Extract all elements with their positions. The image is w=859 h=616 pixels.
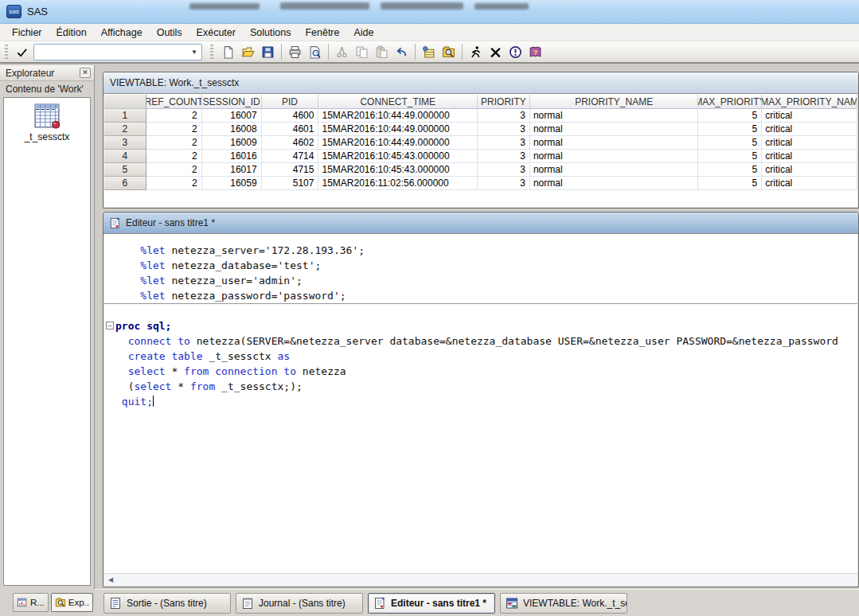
column-header-ref_count[interactable]: REF_COUNT	[146, 95, 202, 109]
dock-tab-results[interactable]: R...	[13, 593, 49, 612]
command-bar[interactable]: ▼	[33, 44, 202, 60]
table-cell[interactable]: 16059	[202, 177, 262, 190]
table-cell[interactable]: 16009	[202, 136, 262, 150]
table-cell[interactable]: normal	[530, 163, 699, 177]
table-cell[interactable]: 3	[478, 123, 530, 136]
code-line[interactable]: (select * from _t_sessctx;);	[104, 379, 857, 394]
table-row[interactable]: 4216016471415MAR2016:10:45:43.0000003nor…	[104, 150, 857, 163]
table-cell[interactable]: critical	[762, 177, 857, 190]
table-cell[interactable]: 2	[146, 109, 202, 123]
table-cell[interactable]: 5	[698, 123, 762, 136]
table-cell[interactable]: 16007	[202, 109, 262, 123]
table-cell[interactable]: critical	[762, 109, 857, 123]
table-cell[interactable]: 2	[146, 123, 202, 136]
explorer-item-_t_sessctx[interactable]: _t_sessctx	[11, 103, 83, 142]
help-book-icon[interactable]: ?	[525, 42, 545, 61]
table-cell[interactable]: 5	[698, 136, 762, 150]
row-number-cell[interactable]: 1	[104, 109, 146, 123]
window-button-viewtable[interactable]: VIEWTABLE: Work._t_se...	[500, 593, 627, 614]
menu-outils[interactable]: Outils	[150, 25, 189, 40]
menu-executer[interactable]: Exécuter	[189, 25, 243, 40]
table-cell[interactable]: 3	[478, 150, 530, 163]
row-number-cell[interactable]: 4	[104, 150, 146, 163]
window-button-log[interactable]: Journal - (Sans titre)	[236, 593, 363, 614]
table-cell[interactable]: normal	[530, 177, 699, 190]
column-header-connect_time[interactable]: CONNECT_TIME	[318, 95, 478, 109]
table-cell[interactable]: 4602	[262, 136, 319, 150]
column-header-session_id[interactable]: SESSION_ID	[202, 95, 262, 109]
table-cell[interactable]: 2	[146, 177, 202, 190]
column-header-max_priority_nam[interactable]: MAX_PRIORITY_NAM	[762, 95, 857, 109]
table-cell[interactable]: 15MAR2016:10:44:49.000000	[318, 109, 478, 123]
command-input[interactable]	[34, 45, 191, 59]
viewtable-grid[interactable]: REF_COUNTSESSION_IDPIDCONNECT_TIMEPRIORI…	[104, 95, 857, 207]
search-folder-icon[interactable]	[439, 42, 459, 61]
code-fold-collapse-icon[interactable]: −	[106, 322, 114, 329]
menu-edition[interactable]: Édition	[49, 25, 94, 40]
table-cell[interactable]: 5	[698, 163, 762, 177]
table-cell[interactable]: 16017	[202, 163, 262, 177]
dock-tab-explorer[interactable]: Exp..	[51, 593, 93, 612]
editor-window[interactable]: Editeur - sans titre1 * %let netezza_ser…	[103, 212, 859, 587]
row-number-cell[interactable]: 2	[104, 123, 146, 136]
command-check-icon[interactable]	[13, 43, 30, 60]
code-line[interactable]: select * from connection to netezza	[104, 364, 857, 379]
code-line[interactable]: create table _t_sessctx as	[104, 349, 857, 364]
new-document-icon[interactable]	[218, 42, 238, 61]
table-cell[interactable]: 5	[698, 150, 762, 163]
window-button-output[interactable]: Sortie - (Sans titre)	[103, 593, 231, 614]
code-line[interactable]: %let netezza_password='password';	[104, 288, 857, 303]
new-library-icon[interactable]	[419, 42, 439, 61]
print-icon[interactable]	[285, 42, 305, 61]
code-editor[interactable]: %let netezza_server='172.28.193.36'; %le…	[104, 235, 857, 573]
toolbar-grip[interactable]	[210, 45, 213, 59]
code-line[interactable]: %let netezza_user='admin';	[104, 273, 857, 288]
open-folder-icon[interactable]	[238, 42, 258, 61]
row-number-cell[interactable]: 3	[104, 136, 146, 150]
table-cell[interactable]: normal	[530, 136, 699, 150]
table-cell[interactable]: 3	[478, 163, 530, 177]
clear-x-icon[interactable]	[486, 42, 506, 61]
table-cell[interactable]: normal	[530, 123, 699, 136]
table-cell[interactable]: 4601	[262, 123, 319, 136]
table-cell[interactable]: 5	[698, 177, 762, 190]
column-header-pid[interactable]: PID	[262, 95, 319, 109]
submit-run-icon[interactable]	[466, 42, 486, 61]
table-cell[interactable]: 15MAR2016:10:45:43.000000	[318, 150, 478, 163]
save-icon[interactable]	[258, 42, 278, 61]
table-row[interactable]: 6216059510715MAR2016:11:02:56.0000003nor…	[104, 177, 857, 190]
table-row[interactable]: 3216009460215MAR2016:10:44:49.0000003nor…	[104, 136, 857, 150]
table-cell[interactable]: 2	[146, 163, 202, 177]
menu-fichier[interactable]: Fichier	[5, 25, 49, 40]
toolbar-grip[interactable]	[5, 45, 8, 59]
break-icon[interactable]	[506, 42, 525, 61]
menu-affichage[interactable]: Affichage	[94, 25, 150, 40]
undo-icon[interactable]	[392, 42, 412, 61]
code-line[interactable]: quit;	[104, 394, 857, 409]
column-header-max_priority[interactable]: MAX_PRIORITY	[698, 95, 762, 109]
window-button-editor[interactable]: Editeur - sans titre1 *	[368, 593, 495, 614]
viewtable-window[interactable]: VIEWTABLE: Work._t_sessctx REF_COUNTSESS…	[103, 72, 859, 209]
menu-fenetre[interactable]: Fenêtre	[298, 25, 346, 40]
table-cell[interactable]: 3	[478, 109, 530, 123]
code-line[interactable]: %let netezza_database='test';	[104, 258, 857, 273]
table-cell[interactable]: 2	[146, 150, 202, 163]
explorer-list[interactable]: _t_sessctx	[3, 97, 91, 586]
code-line[interactable]: connect to netezza(SERVER=&netezza_serve…	[104, 333, 857, 349]
table-row[interactable]: 2216008460115MAR2016:10:44:49.0000003nor…	[104, 123, 857, 136]
table-cell[interactable]: 15MAR2016:10:44:49.000000	[318, 123, 478, 136]
table-cell[interactable]: 4600	[262, 109, 319, 123]
table-row[interactable]: 1216007460015MAR2016:10:44:49.0000003nor…	[104, 109, 857, 123]
table-cell[interactable]: 15MAR2016:10:44:49.000000	[318, 136, 478, 150]
editor-titlebar[interactable]: Editeur - sans titre1 *	[103, 212, 858, 234]
row-number-cell[interactable]: 5	[104, 163, 146, 177]
menu-aide[interactable]: Aide	[346, 25, 381, 40]
table-cell[interactable]: 15MAR2016:11:02:56.000000	[318, 177, 478, 190]
chevron-down-icon[interactable]: ▼	[191, 49, 201, 56]
table-cell[interactable]: 16016	[202, 150, 262, 163]
table-cell[interactable]: 5107	[262, 177, 319, 190]
row-number-header[interactable]	[104, 95, 146, 109]
table-cell[interactable]: critical	[762, 123, 857, 136]
code-line[interactable]: %let netezza_server='172.28.193.36';	[104, 243, 857, 258]
table-cell[interactable]: 3	[478, 177, 530, 190]
